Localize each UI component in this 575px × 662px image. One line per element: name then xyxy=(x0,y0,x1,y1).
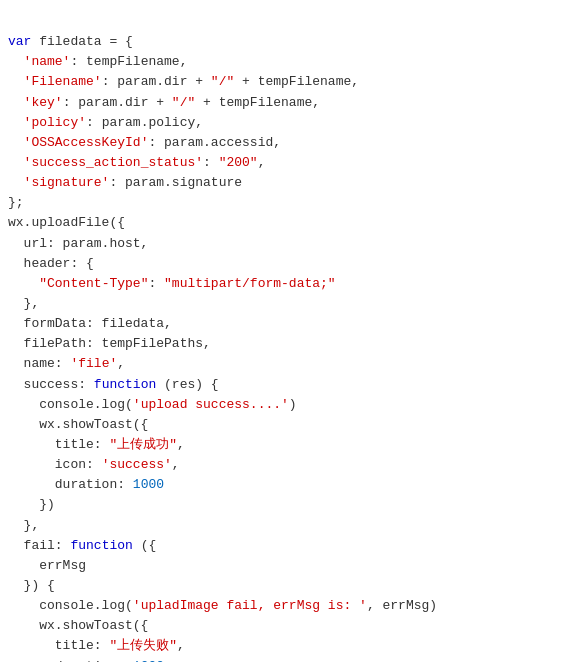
code-line: }, xyxy=(0,294,575,314)
code-line: formData: filedata, xyxy=(0,314,575,334)
code-line: 'policy': param.policy, xyxy=(0,113,575,133)
code-line: filePath: tempFilePaths, xyxy=(0,334,575,354)
code-line: 'name': tempFilename, xyxy=(0,52,575,72)
code-line: fail: function ({ xyxy=(0,536,575,556)
code-line: wx.showToast({ xyxy=(0,616,575,636)
code-line: }) xyxy=(0,495,575,515)
code-line: }, xyxy=(0,516,575,536)
code-line: header: { xyxy=(0,254,575,274)
code-line: 'Filename': param.dir + "/" + tempFilena… xyxy=(0,72,575,92)
code-line: "Content-Type": "multipart/form-data;" xyxy=(0,274,575,294)
code-line: title: "上传失败", xyxy=(0,636,575,656)
code-line: name: 'file', xyxy=(0,354,575,374)
code-line: 'signature': param.signature xyxy=(0,173,575,193)
code-line: 'success_action_status': "200", xyxy=(0,153,575,173)
code-line: console.log('upladImage fail, errMsg is:… xyxy=(0,596,575,616)
code-line: duration: 1000 xyxy=(0,657,575,663)
code-line: }; xyxy=(0,193,575,213)
code-line: console.log('upload success....') xyxy=(0,395,575,415)
code-line: 'OSSAccessKeyId': param.accessid, xyxy=(0,133,575,153)
code-line: duration: 1000 xyxy=(0,475,575,495)
code-line: wx.showToast({ xyxy=(0,415,575,435)
code-line: title: "上传成功", xyxy=(0,435,575,455)
code-line: success: function (res) { xyxy=(0,375,575,395)
code-line: wx.uploadFile({ xyxy=(0,213,575,233)
code-line: var filedata = { xyxy=(0,32,575,52)
code-line: }) { xyxy=(0,576,575,596)
code-line: 'key': param.dir + "/" + tempFilename, xyxy=(0,93,575,113)
code-line: errMsg xyxy=(0,556,575,576)
code-line: icon: 'success', xyxy=(0,455,575,475)
code-line: url: param.host, xyxy=(0,234,575,254)
code-editor: var filedata = { 'name': tempFilename, '… xyxy=(0,8,575,662)
